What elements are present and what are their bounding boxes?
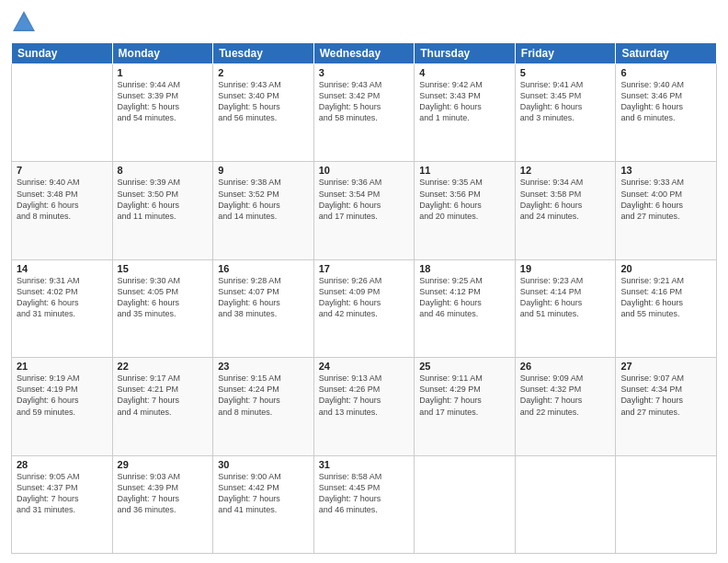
- calendar-week-row: 1Sunrise: 9:44 AM Sunset: 3:39 PM Daylig…: [12, 64, 717, 162]
- calendar-cell: 2Sunrise: 9:43 AM Sunset: 3:40 PM Daylig…: [213, 64, 314, 162]
- calendar-table: SundayMondayTuesdayWednesdayThursdayFrid…: [11, 42, 717, 554]
- cell-day-number: 27: [620, 361, 711, 372]
- cell-day-number: 10: [319, 165, 410, 176]
- calendar-cell: 29Sunrise: 9:03 AM Sunset: 4:39 PM Dayli…: [112, 455, 213, 553]
- cell-sun-info: Sunrise: 9:39 AM Sunset: 3:50 PM Dayligh…: [118, 177, 209, 222]
- cell-sun-info: Sunrise: 9:11 AM Sunset: 4:29 PM Dayligh…: [419, 373, 510, 418]
- calendar-cell: 5Sunrise: 9:41 AM Sunset: 3:45 PM Daylig…: [515, 64, 616, 162]
- calendar-week-row: 14Sunrise: 9:31 AM Sunset: 4:02 PM Dayli…: [12, 259, 717, 357]
- calendar-cell: 9Sunrise: 9:38 AM Sunset: 3:52 PM Daylig…: [213, 162, 314, 259]
- cell-day-number: 8: [118, 165, 209, 176]
- cell-day-number: 29: [118, 459, 209, 470]
- calendar-cell: 22Sunrise: 9:17 AM Sunset: 4:21 PM Dayli…: [112, 358, 213, 455]
- cell-day-number: 6: [620, 67, 711, 78]
- logo: [11, 9, 40, 35]
- header-day-saturday: Saturday: [616, 43, 717, 64]
- cell-sun-info: Sunrise: 9:40 AM Sunset: 3:48 PM Dayligh…: [17, 177, 108, 222]
- calendar-cell: 25Sunrise: 9:11 AM Sunset: 4:29 PM Dayli…: [415, 358, 516, 455]
- cell-sun-info: Sunrise: 9:07 AM Sunset: 4:34 PM Dayligh…: [620, 373, 711, 418]
- cell-day-number: 1: [118, 67, 209, 78]
- cell-day-number: 18: [419, 263, 510, 274]
- cell-day-number: 4: [419, 67, 510, 78]
- cell-sun-info: Sunrise: 9:09 AM Sunset: 4:32 PM Dayligh…: [520, 373, 611, 418]
- calendar-week-row: 28Sunrise: 9:05 AM Sunset: 4:37 PM Dayli…: [12, 455, 717, 553]
- calendar-cell: 3Sunrise: 9:43 AM Sunset: 3:42 PM Daylig…: [313, 64, 415, 162]
- cell-sun-info: Sunrise: 9:42 AM Sunset: 3:43 PM Dayligh…: [419, 79, 510, 124]
- calendar-cell: 8Sunrise: 9:39 AM Sunset: 3:50 PM Daylig…: [112, 162, 213, 259]
- calendar-cell: 7Sunrise: 9:40 AM Sunset: 3:48 PM Daylig…: [12, 162, 113, 259]
- cell-sun-info: Sunrise: 9:17 AM Sunset: 4:21 PM Dayligh…: [118, 373, 209, 418]
- logo-icon: [11, 9, 37, 35]
- cell-sun-info: Sunrise: 9:41 AM Sunset: 3:45 PM Dayligh…: [520, 79, 611, 124]
- calendar-header-row: SundayMondayTuesdayWednesdayThursdayFrid…: [12, 43, 717, 64]
- calendar-cell: 26Sunrise: 9:09 AM Sunset: 4:32 PM Dayli…: [515, 358, 616, 455]
- cell-sun-info: Sunrise: 9:05 AM Sunset: 4:37 PM Dayligh…: [17, 471, 108, 516]
- page: SundayMondayTuesdayWednesdayThursdayFrid…: [0, 0, 728, 563]
- cell-sun-info: Sunrise: 9:30 AM Sunset: 4:05 PM Dayligh…: [118, 275, 209, 320]
- cell-day-number: 13: [620, 165, 711, 176]
- cell-sun-info: Sunrise: 8:58 AM Sunset: 4:45 PM Dayligh…: [319, 471, 410, 516]
- calendar-cell: [515, 455, 616, 553]
- cell-day-number: 26: [520, 361, 611, 372]
- calendar-cell: 16Sunrise: 9:28 AM Sunset: 4:07 PM Dayli…: [213, 259, 314, 357]
- cell-day-number: 20: [620, 263, 711, 274]
- calendar-cell: 18Sunrise: 9:25 AM Sunset: 4:12 PM Dayli…: [415, 259, 516, 357]
- cell-day-number: 9: [218, 165, 309, 176]
- cell-sun-info: Sunrise: 9:43 AM Sunset: 3:42 PM Dayligh…: [319, 79, 410, 124]
- calendar-cell: [12, 64, 113, 162]
- cell-sun-info: Sunrise: 9:03 AM Sunset: 4:39 PM Dayligh…: [118, 471, 209, 516]
- header-day-thursday: Thursday: [415, 43, 516, 64]
- cell-sun-info: Sunrise: 9:35 AM Sunset: 3:56 PM Dayligh…: [419, 177, 510, 222]
- calendar-cell: [616, 455, 717, 553]
- cell-day-number: 14: [17, 263, 108, 274]
- cell-sun-info: Sunrise: 9:23 AM Sunset: 4:14 PM Dayligh…: [520, 275, 611, 320]
- cell-day-number: 21: [17, 361, 108, 372]
- calendar-cell: 6Sunrise: 9:40 AM Sunset: 3:46 PM Daylig…: [616, 64, 717, 162]
- cell-sun-info: Sunrise: 9:38 AM Sunset: 3:52 PM Dayligh…: [218, 177, 309, 222]
- calendar-cell: 19Sunrise: 9:23 AM Sunset: 4:14 PM Dayli…: [515, 259, 616, 357]
- cell-day-number: 12: [520, 165, 611, 176]
- cell-day-number: 7: [17, 165, 108, 176]
- calendar-cell: 14Sunrise: 9:31 AM Sunset: 4:02 PM Dayli…: [12, 259, 113, 357]
- cell-day-number: 30: [218, 459, 309, 470]
- cell-sun-info: Sunrise: 9:26 AM Sunset: 4:09 PM Dayligh…: [319, 275, 410, 320]
- calendar-cell: 15Sunrise: 9:30 AM Sunset: 4:05 PM Dayli…: [112, 259, 213, 357]
- cell-day-number: 11: [419, 165, 510, 176]
- svg-marker-1: [15, 15, 33, 29]
- cell-day-number: 19: [520, 263, 611, 274]
- cell-sun-info: Sunrise: 9:44 AM Sunset: 3:39 PM Dayligh…: [118, 79, 209, 124]
- cell-sun-info: Sunrise: 9:34 AM Sunset: 3:58 PM Dayligh…: [520, 177, 611, 222]
- cell-day-number: 28: [17, 459, 108, 470]
- cell-day-number: 3: [319, 67, 410, 78]
- header: [11, 9, 717, 35]
- cell-day-number: 22: [118, 361, 209, 372]
- cell-sun-info: Sunrise: 9:31 AM Sunset: 4:02 PM Dayligh…: [17, 275, 108, 320]
- cell-sun-info: Sunrise: 9:19 AM Sunset: 4:19 PM Dayligh…: [17, 373, 108, 418]
- calendar-cell: 4Sunrise: 9:42 AM Sunset: 3:43 PM Daylig…: [415, 64, 516, 162]
- calendar-cell: 24Sunrise: 9:13 AM Sunset: 4:26 PM Dayli…: [313, 358, 415, 455]
- calendar-cell: 27Sunrise: 9:07 AM Sunset: 4:34 PM Dayli…: [616, 358, 717, 455]
- cell-day-number: 23: [218, 361, 309, 372]
- cell-day-number: 15: [118, 263, 209, 274]
- calendar-cell: 30Sunrise: 9:00 AM Sunset: 4:42 PM Dayli…: [213, 455, 314, 553]
- calendar-cell: 31Sunrise: 8:58 AM Sunset: 4:45 PM Dayli…: [313, 455, 415, 553]
- cell-day-number: 2: [218, 67, 309, 78]
- cell-sun-info: Sunrise: 9:33 AM Sunset: 4:00 PM Dayligh…: [620, 177, 711, 222]
- cell-day-number: 31: [319, 459, 410, 470]
- cell-day-number: 25: [419, 361, 510, 372]
- calendar-cell: 21Sunrise: 9:19 AM Sunset: 4:19 PM Dayli…: [12, 358, 113, 455]
- calendar-cell: 13Sunrise: 9:33 AM Sunset: 4:00 PM Dayli…: [616, 162, 717, 259]
- cell-day-number: 17: [319, 263, 410, 274]
- calendar-cell: 1Sunrise: 9:44 AM Sunset: 3:39 PM Daylig…: [112, 64, 213, 162]
- cell-sun-info: Sunrise: 9:15 AM Sunset: 4:24 PM Dayligh…: [218, 373, 309, 418]
- header-day-wednesday: Wednesday: [313, 43, 415, 64]
- cell-sun-info: Sunrise: 9:13 AM Sunset: 4:26 PM Dayligh…: [319, 373, 410, 418]
- header-day-friday: Friday: [515, 43, 616, 64]
- calendar-week-row: 7Sunrise: 9:40 AM Sunset: 3:48 PM Daylig…: [12, 162, 717, 259]
- calendar-cell: [415, 455, 516, 553]
- header-day-tuesday: Tuesday: [213, 43, 314, 64]
- calendar-cell: 17Sunrise: 9:26 AM Sunset: 4:09 PM Dayli…: [313, 259, 415, 357]
- cell-sun-info: Sunrise: 9:40 AM Sunset: 3:46 PM Dayligh…: [620, 79, 711, 124]
- cell-day-number: 24: [319, 361, 410, 372]
- calendar-cell: 23Sunrise: 9:15 AM Sunset: 4:24 PM Dayli…: [213, 358, 314, 455]
